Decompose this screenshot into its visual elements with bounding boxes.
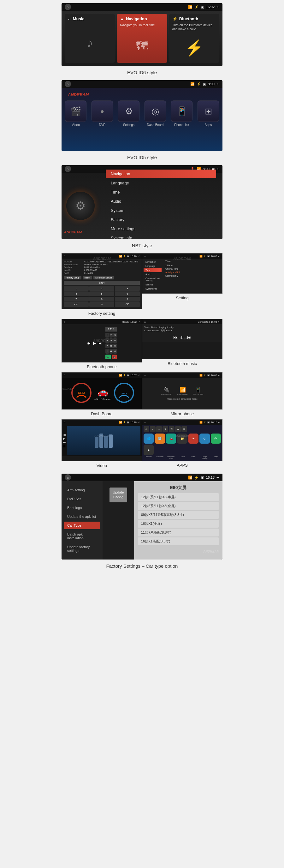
setting-language[interactable]: Language — [144, 264, 162, 268]
id5-item-settings[interactable]: ⚙ Settings — [116, 98, 141, 128]
bt-music-pause[interactable]: ⏸ — [180, 335, 185, 340]
setting-time[interactable]: Time — [144, 268, 162, 272]
back-fs[interactable]: ↩ — [217, 475, 219, 479]
vid-list[interactable]: ☰ — [63, 444, 66, 448]
nbt-menu-system-info[interactable]: System info — [106, 234, 216, 239]
back-icon-id5[interactable]: ↩ — [217, 82, 219, 86]
nbt-menu-language[interactable]: Language — [106, 179, 216, 187]
back-dashboard[interactable]: ↩ — [137, 374, 140, 377]
id5-item-phonelink[interactable]: 📱 PhoneLink — [169, 98, 194, 128]
call-button[interactable]: 📞 — [105, 354, 111, 359]
numpad-5[interactable]: 5 — [89, 291, 114, 296]
opt-24hour[interactable]: 24 Hour — [165, 264, 221, 267]
back-apps[interactable]: ↩ — [218, 421, 220, 424]
bt-dial-hash[interactable]: # — [113, 349, 117, 354]
fs-boot-logo[interactable]: Boot logo — [64, 504, 100, 512]
home-icon-setting[interactable]: ⌂ — [144, 255, 146, 258]
back-video[interactable]: ↩ — [137, 421, 140, 424]
home-icon-fs[interactable]: ⌂ — [65, 474, 71, 480]
bt-dial-3[interactable]: 3 — [113, 333, 117, 338]
top-app-nav[interactable]: ▲ — [156, 426, 162, 432]
top-app-video[interactable]: 🎬 — [169, 426, 175, 432]
numpad-8[interactable]: 8 — [89, 297, 114, 302]
home-icon[interactable]: ⌂ — [65, 4, 71, 10]
update-config-button[interactable]: UpdateConfig — [109, 488, 127, 502]
vid-next[interactable]: ⏭ — [63, 441, 66, 444]
setting-camera[interactable]: Camera/Video Setting — [144, 276, 162, 283]
numpad-0[interactable]: 0 — [89, 302, 114, 307]
numpad-9[interactable]: 9 — [115, 297, 140, 302]
home-dashboard[interactable]: ⌂ — [64, 374, 65, 377]
bt-next-icon[interactable]: ⏭ — [98, 341, 102, 345]
bt-dial-9[interactable]: 9 — [113, 344, 117, 348]
fs-opt-5[interactable]: 16款X1高配(8.8寸) — [138, 537, 219, 545]
opt-orig-time[interactable]: Original Time — [165, 267, 221, 271]
home-video[interactable]: ⌂ — [64, 421, 65, 424]
stop-music-button[interactable]: StopMusicServer — [93, 276, 114, 279]
bt-dial-2[interactable]: 2 — [109, 333, 113, 338]
id5-item-video[interactable]: 🎬 Video — [63, 98, 88, 128]
app-maps[interactable]: 🗺 — [211, 434, 221, 444]
bt-dial-1[interactable]: 1 — [105, 333, 108, 338]
setting-nav[interactable]: Navigation — [144, 260, 162, 264]
nbt-menu-system[interactable]: System — [106, 206, 216, 215]
home-apps[interactable]: ⌂ — [144, 421, 146, 424]
id5-item-apps[interactable]: ⊞ Apps — [196, 98, 221, 128]
bluetooth-card[interactable]: ⚡ Bluetooth Turn on the Bluetooth device… — [169, 14, 219, 63]
reset-button[interactable]: Reset — [83, 276, 92, 279]
fs-opt-1[interactable]: 12款5系/11款X3(全屏) — [138, 502, 219, 510]
home-icon-id5[interactable]: ⌂ — [65, 81, 71, 87]
id5-item-dvr[interactable]: ● DVR — [90, 98, 115, 128]
back-factory[interactable]: ↩ — [137, 255, 140, 258]
app-easydrive[interactable]: 🚗 — [166, 434, 176, 444]
top-app-settings[interactable]: ⚙ — [162, 426, 168, 432]
app-gmail[interactable]: ✉ — [188, 434, 198, 444]
top-app-pdf[interactable]: A — [175, 426, 181, 432]
nbt-menu-time[interactable]: Time — [106, 188, 216, 196]
id5-item-dashboard[interactable]: ◎ Dash Board — [143, 98, 168, 128]
home-icon-nbt[interactable]: ⌂ — [65, 166, 71, 172]
home-icon-factory[interactable]: ⌂ — [64, 255, 65, 258]
fs-dvd-set[interactable]: DVD Set — [64, 495, 100, 503]
numpad-1[interactable]: 1 — [64, 286, 89, 291]
vid-prev[interactable]: ⏮ — [63, 433, 66, 436]
opt-autosync[interactable]: AutoSync GPS — [165, 271, 221, 274]
vid-play[interactable]: ▶ — [63, 437, 66, 440]
bt-music-prev[interactable]: ⏮ — [173, 335, 178, 340]
back-icon[interactable]: ↩ — [217, 5, 219, 9]
setting-audio[interactable]: Audio — [144, 272, 162, 276]
setting-sysinfo[interactable]: System info — [144, 287, 162, 291]
bt-dial-8[interactable]: 8 — [109, 344, 113, 348]
back-mirror[interactable]: ↩ — [218, 374, 220, 377]
bt-play-icon[interactable]: ▶ — [93, 341, 96, 345]
fs-opt-2[interactable]: 09款X5/11款5系高配(8.8寸) — [138, 511, 219, 519]
numpad-backspace[interactable]: ⌫ — [115, 302, 140, 307]
nbt-menu-factory[interactable]: Factory — [106, 215, 216, 224]
nbt-menu-navigation[interactable]: Navigation — [106, 169, 216, 178]
fs-update-apk[interactable]: Update the apk list — [64, 513, 100, 520]
android-wifi[interactable]: 📶 Android WiFi — [177, 387, 188, 395]
back-bt-music[interactable]: ↩ — [218, 320, 220, 323]
top-app-amp[interactable]: ⊞ — [182, 426, 187, 432]
top-app-music[interactable]: ♫ — [150, 426, 156, 432]
nbt-menu-audio[interactable]: Audio — [106, 197, 216, 206]
bt-dial-0[interactable]: 0 — [109, 349, 113, 354]
setting-settings[interactable]: Settings — [144, 283, 162, 287]
fs-batch-apk[interactable]: Batch apk installation — [64, 530, 100, 542]
back-setting[interactable]: ↩ — [218, 255, 220, 258]
bt-prev-icon[interactable]: ⏮ — [87, 341, 91, 345]
app-playstore[interactable]: ▶ — [144, 444, 154, 455]
fs-arm-setting[interactable]: Arm setting — [64, 486, 100, 494]
nbt-menu-more-settings[interactable]: More settings — [106, 224, 216, 233]
hangup-button[interactable]: 📵 — [112, 354, 117, 359]
back-bt-phone[interactable]: ↩ — [137, 320, 140, 323]
home-bt-phone[interactable]: ⌂ — [64, 320, 65, 323]
bt-dial-4[interactable]: 4 — [105, 338, 108, 343]
numpad-4[interactable]: 4 — [64, 291, 89, 296]
iphone-wifi[interactable]: 📱 iPhone WiFi — [193, 387, 203, 395]
bt-dial-5[interactable]: 5 — [109, 338, 113, 343]
opt-manual[interactable]: Set manually — [165, 274, 221, 278]
numpad-6[interactable]: 6 — [115, 291, 140, 296]
home-mirror[interactable]: ⌂ — [144, 374, 146, 377]
bt-dial-star[interactable]: * — [105, 349, 108, 354]
